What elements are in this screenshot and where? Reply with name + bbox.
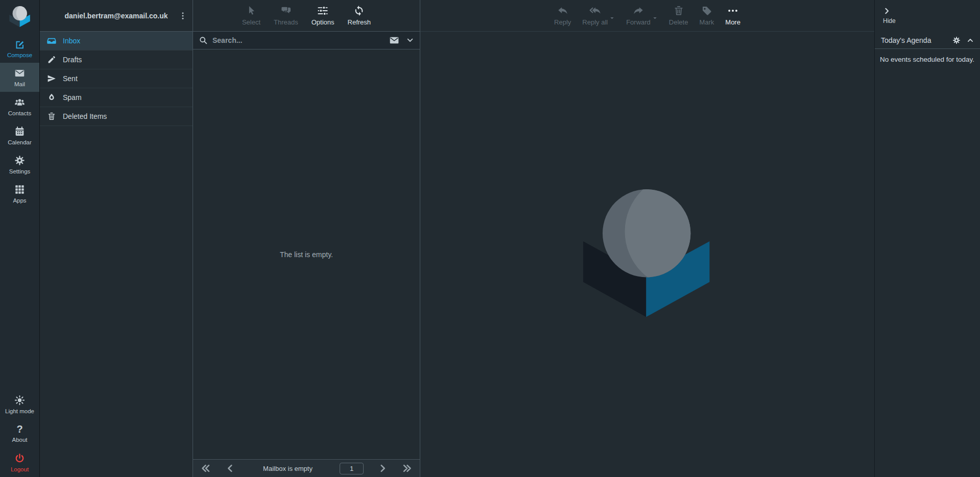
mark-button[interactable]: Mark (699, 5, 714, 26)
mail-icon (14, 68, 25, 79)
agenda-header: Today's Agenda (875, 32, 980, 49)
taskbar-item-settings[interactable]: Settings (0, 150, 39, 179)
sliders-icon (317, 5, 328, 16)
folder-item-sent[interactable]: Sent (40, 69, 193, 88)
taskbar-item-label: About (12, 437, 27, 443)
pencil-icon (47, 55, 56, 64)
sun-icon (14, 395, 25, 406)
toolbar-button-label: Mark (699, 18, 714, 26)
next-page-button[interactable] (377, 463, 388, 474)
cursor-icon (246, 5, 257, 16)
folder-item-inbox[interactable]: Inbox (40, 32, 193, 51)
message-list: The list is empty. (193, 49, 420, 459)
taskbar-item-apps[interactable]: Apps (0, 179, 39, 208)
app-logo (0, 0, 39, 34)
message-view-area (420, 32, 874, 477)
threads-button[interactable]: Threads (274, 5, 298, 26)
refresh-button[interactable]: Refresh (348, 5, 371, 26)
taskbar-item-compose[interactable]: Compose (0, 34, 39, 63)
folder-label: Inbox (63, 37, 80, 45)
kebab-menu-icon (178, 11, 187, 20)
taskbar-item-label: Compose (7, 52, 32, 58)
toolbar-button-label: Forward (626, 18, 651, 26)
content-panel: Reply Reply all Forward (420, 0, 874, 477)
folder-label: Spam (63, 93, 82, 102)
reply-all-icon (589, 5, 601, 16)
watermark-sphere-cube-logo (577, 186, 719, 323)
chevron-up-icon[interactable] (967, 37, 974, 44)
account-menu-button[interactable] (176, 8, 189, 23)
question-mark-icon: ? (16, 424, 22, 434)
folder-item-deleted-items[interactable]: Deleted Items (40, 107, 193, 126)
folder-item-spam[interactable]: Spam (40, 88, 193, 107)
hide-label: Hide (883, 17, 896, 24)
account-email: daniel.bertram@examail.co.uk (65, 12, 168, 20)
toolbar-button-label: Threads (274, 18, 298, 26)
select-button[interactable]: Select (242, 5, 260, 26)
toolbar-button-label: Select (242, 18, 260, 26)
empty-list-message: The list is empty. (280, 250, 333, 259)
delete-button[interactable]: Delete (669, 5, 688, 26)
reply-all-dropdown-caret-icon[interactable] (609, 15, 615, 21)
compose-icon (14, 39, 25, 49)
chat-bubbles-icon (280, 5, 292, 16)
toolbar-button-label: Reply all (582, 18, 608, 26)
pagination-bar: Mailbox is empty (193, 459, 420, 477)
toolbar-button-label: Delete (669, 18, 688, 26)
message-list-panel: Select Threads Options Refresh (193, 0, 420, 477)
gear-icon (14, 155, 25, 166)
forward-dropdown-caret-icon[interactable] (652, 15, 658, 21)
reply-icon (557, 5, 568, 16)
last-page-button[interactable] (401, 463, 413, 474)
refresh-icon (353, 5, 365, 16)
taskbar-item-label: Settings (9, 168, 31, 174)
agenda-sidebar: Hide Today's Agenda No events scheduled … (874, 0, 980, 477)
toolbar-button-label: Refresh (348, 18, 371, 26)
taskbar-item-logout[interactable]: Logout (0, 448, 39, 477)
taskbar-item-light-mode[interactable]: Light mode (0, 390, 39, 419)
folder-item-drafts[interactable]: Drafts (40, 51, 193, 69)
trash-icon (673, 5, 684, 16)
page-number-input[interactable] (340, 463, 364, 474)
paper-plane-icon (47, 74, 56, 83)
toolbar-button-label: Reply (554, 18, 571, 26)
taskbar-item-label: Contacts (8, 110, 31, 116)
search-icon (199, 36, 208, 45)
chevron-down-icon[interactable] (406, 36, 414, 44)
toolbar-button-label: Options (312, 18, 334, 26)
folder-label: Sent (63, 74, 78, 83)
search-input[interactable] (212, 36, 385, 44)
contacts-icon (14, 97, 25, 108)
app-logo-sphere-cube-icon (8, 6, 32, 28)
flame-icon (47, 93, 56, 102)
ellipsis-icon (727, 5, 738, 16)
taskbar-item-contacts[interactable]: Contacts (0, 92, 39, 121)
gear-icon[interactable] (952, 36, 961, 44)
first-page-button[interactable] (200, 463, 211, 474)
taskbar-item-mail[interactable]: Mail (0, 63, 39, 92)
envelope-icon[interactable] (389, 35, 399, 45)
toolbar-button-label: More (725, 18, 740, 26)
previous-page-button[interactable] (225, 463, 236, 474)
message-list-toolbar: Select Threads Options Refresh (193, 0, 420, 32)
reply-all-button[interactable]: Reply all (582, 5, 608, 26)
taskbar-item-label: Apps (13, 197, 26, 204)
tag-icon (701, 5, 712, 16)
more-button[interactable]: More (725, 5, 740, 26)
grid-icon (14, 184, 25, 195)
chevron-right-icon (883, 7, 891, 15)
agenda-empty-message: No events scheduled for today. (880, 56, 974, 63)
hide-sidebar-button[interactable]: Hide (875, 0, 980, 32)
taskbar-item-calendar[interactable]: Calendar (0, 121, 39, 150)
taskbar-item-label: Mail (14, 81, 25, 87)
reply-button[interactable]: Reply (554, 5, 571, 26)
forward-button[interactable]: Forward (626, 5, 651, 26)
account-header: daniel.bertram@examail.co.uk (40, 0, 193, 32)
taskbar: Compose Mail Contacts Calendar (0, 0, 40, 477)
search-bar (193, 32, 420, 49)
power-icon (14, 453, 25, 464)
agenda-title: Today's Agenda (881, 36, 946, 44)
mailbox-status: Mailbox is empty (236, 465, 340, 472)
options-button[interactable]: Options (312, 5, 334, 26)
taskbar-item-about[interactable]: ? About (0, 419, 39, 448)
